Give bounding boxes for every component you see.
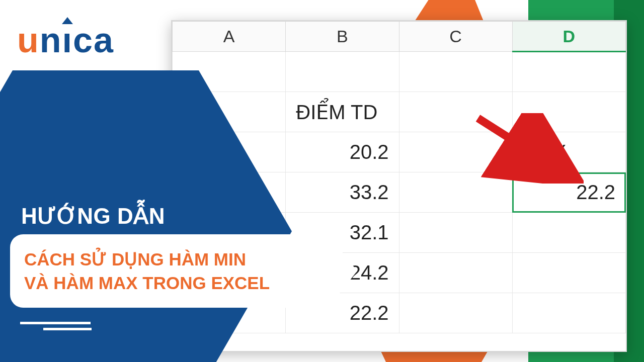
brand-logo: unıca	[17, 20, 114, 60]
overlay-line2: VÀ HÀM MAX TRONG EXCEL	[24, 271, 320, 295]
cell-header-b[interactable]: ĐIỂM TD	[286, 92, 399, 132]
cell-max-result[interactable]: 22.2	[512, 172, 625, 213]
decor-lines	[20, 322, 101, 331]
col-header-c[interactable]: C	[399, 22, 512, 52]
cell-max-label[interactable]: MAX	[512, 132, 625, 172]
overlay-guide-title: HƯỚNG DẪN	[21, 203, 165, 229]
overlay-white-card: CÁCH SỬ DỤNG HÀM MIN VÀ HÀM MAX TRONG EX…	[10, 234, 334, 308]
cell-value[interactable]: 33.2	[286, 172, 399, 213]
logo-letter-u: u	[17, 21, 40, 60]
overlay-line1: CÁCH SỬ DỤNG HÀM MIN	[24, 247, 320, 271]
col-header-a[interactable]: A	[173, 22, 286, 52]
logo-rest: nıca	[40, 21, 114, 60]
col-header-d[interactable]: D	[512, 22, 625, 52]
overlay-card-arrow-icon	[328, 234, 357, 308]
col-header-b[interactable]: B	[286, 22, 399, 52]
cell-value[interactable]: 20.2	[286, 132, 399, 172]
